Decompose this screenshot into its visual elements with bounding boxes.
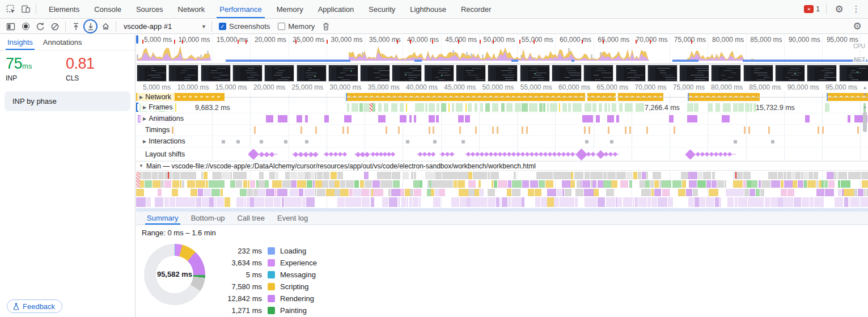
screenshot-thumbnail[interactable]	[616, 65, 646, 82]
screenshot-thumbnail[interactable]	[488, 65, 518, 82]
ruler-label: 5,000 ms	[131, 83, 171, 91]
screenshot-thumbnail[interactable]	[201, 65, 231, 82]
tab-console[interactable]: Console	[87, 0, 129, 18]
flame-bar	[337, 172, 343, 179]
more-options-icon[interactable]: ⋮	[849, 2, 863, 16]
record-button[interactable]	[18, 19, 33, 34]
screenshot-thumbnail[interactable]	[137, 65, 167, 82]
scroll-up-icon[interactable]: ▲	[862, 84, 868, 91]
timings-track[interactable]: Timings	[136, 125, 868, 136]
tab-elements[interactable]: Elements	[41, 0, 87, 18]
tab-event-log[interactable]: Event log	[271, 212, 314, 225]
vertical-scrollbar[interactable]: ▲▼▲	[862, 83, 868, 157]
insight-inp-by-phase[interactable]: INP by phase	[5, 91, 130, 111]
screenshot-thumbnail[interactable]	[583, 65, 613, 82]
expand-triangle-icon[interactable]: ▶	[139, 95, 143, 100]
animations-track-label[interactable]: ▶Animations	[141, 115, 186, 122]
thumb-line	[851, 70, 855, 71]
main-thread-track-header[interactable]: ▼ Main — vscode-file://vscode-app/e:/Dat…	[136, 161, 868, 171]
screenshot-thumbnail[interactable]	[839, 65, 868, 82]
screenshot-thumbnail[interactable]	[647, 65, 678, 82]
flame-bar	[413, 180, 420, 188]
screenshot-thumbnail[interactable]	[232, 65, 262, 82]
scroll-down-icon[interactable]: ▼	[862, 91, 868, 98]
toggle-sidebar-icon[interactable]	[3, 19, 18, 34]
load-profile-icon[interactable]	[69, 19, 83, 34]
screenshots-checkbox[interactable]: ✓	[219, 23, 226, 30]
target-select[interactable]: vscode-app #1 ▼	[119, 22, 209, 31]
screenshot-thumbnail[interactable]	[392, 65, 422, 82]
network-baseline	[225, 97, 868, 98]
screenshot-filmstrip[interactable]	[136, 64, 868, 83]
interactions-track-label[interactable]: ▶Interactions	[141, 137, 188, 145]
device-toolbar-icon[interactable]	[18, 2, 33, 16]
ruler-label: 95,000 ms	[818, 83, 857, 91]
screenshot-thumbnail[interactable]	[168, 65, 198, 82]
tab-application[interactable]: Application	[311, 0, 362, 18]
screenshot-thumbnail[interactable]	[424, 65, 454, 82]
timeline-overview-minimap[interactable]: 5,000 ms10,000 ms15,000 ms20,000 ms25,00…	[136, 35, 868, 64]
animations-track[interactable]: ▶Animations	[136, 113, 868, 125]
tab-security[interactable]: Security	[361, 0, 403, 18]
capture-settings-gear-icon[interactable]: ⚙	[850, 19, 865, 34]
screenshot-thumbnail[interactable]	[328, 65, 358, 82]
tab-performance[interactable]: Performance	[212, 0, 269, 18]
interactions-track[interactable]: ▶Interactions	[136, 136, 868, 147]
tab-sources[interactable]: Sources	[129, 0, 171, 18]
thumb-line	[220, 75, 228, 75]
reload-and-record-icon[interactable]	[33, 19, 48, 34]
scrollbar-thumb[interactable]	[863, 112, 867, 132]
flame-bar	[291, 180, 296, 188]
flame-bar	[414, 189, 421, 196]
screenshot-thumbnail[interactable]	[264, 65, 294, 82]
error-badge-icon[interactable]: ✕	[804, 5, 814, 13]
screenshot-thumbnail[interactable]	[743, 65, 773, 82]
screenshot-thumbnail[interactable]	[807, 65, 837, 82]
frame-bar	[573, 103, 582, 112]
network-track[interactable]: ▶Network	[136, 92, 868, 102]
tab-memory[interactable]: Memory	[269, 0, 311, 18]
tab-call-tree[interactable]: Call tree	[231, 212, 271, 225]
screenshot-thumbnail[interactable]	[297, 65, 327, 82]
tab-summary[interactable]: Summary	[141, 212, 185, 225]
flame-bar	[638, 197, 647, 207]
collect-garbage-icon[interactable]	[319, 19, 333, 34]
tab-network[interactable]: Network	[171, 0, 213, 18]
save-profile-icon[interactable]	[83, 19, 98, 34]
screenshot-thumbnail[interactable]	[520, 65, 550, 82]
timings-track-label[interactable]: Timings	[143, 126, 172, 134]
home-icon[interactable]	[98, 19, 113, 34]
main-thread-flame-chart[interactable]	[136, 171, 868, 208]
thumb-line	[274, 68, 279, 69]
layout-shifts-track-label[interactable]: Layout shifts	[143, 150, 187, 158]
frames-track-label[interactable]: ▶Frames	[141, 103, 175, 111]
tab-lighthouse[interactable]: Lighthouse	[403, 0, 454, 18]
screenshot-thumbnail[interactable]	[552, 65, 582, 82]
memory-checkbox[interactable]	[278, 23, 285, 30]
flame-bar	[686, 189, 692, 196]
screenshot-thumbnail[interactable]	[711, 65, 741, 82]
screenshot-thumbnail[interactable]	[679, 65, 709, 82]
layout-shifts-track[interactable]: Layout shifts	[136, 147, 868, 161]
settings-gear-icon[interactable]: ⚙	[832, 2, 846, 16]
flame-bar	[747, 180, 751, 188]
scroll-up-icon[interactable]: ▲	[862, 104, 868, 110]
clear-icon[interactable]	[48, 19, 62, 34]
screenshots-toggle[interactable]: ✓ Screenshots	[219, 22, 270, 31]
screenshot-thumbnail[interactable]	[456, 65, 486, 82]
memory-toggle[interactable]: Memory	[278, 22, 315, 31]
inp-metric: 75ms INP	[6, 55, 66, 82]
minimap-left-handle[interactable]	[136, 35, 138, 44]
inspect-element-icon[interactable]	[3, 2, 18, 16]
tab-recorder[interactable]: Recorder	[454, 0, 498, 18]
tab-bottom-up[interactable]: Bottom-up	[185, 212, 231, 225]
frames-track[interactable]: 9,683.2 ms7,266.4 ms15,732.9 ms▶Frames	[136, 102, 868, 113]
screenshot-thumbnail[interactable]	[775, 65, 805, 82]
feedback-button[interactable]: Feedback	[7, 299, 62, 313]
tab-annotations[interactable]: Annotations	[38, 35, 87, 50]
flame-bar	[172, 172, 175, 179]
tab-insights[interactable]: Insights	[2, 35, 38, 50]
flame-bar	[479, 180, 481, 188]
screenshot-thumbnail[interactable]	[360, 65, 390, 82]
network-track-label[interactable]: ▶Network	[137, 93, 175, 101]
